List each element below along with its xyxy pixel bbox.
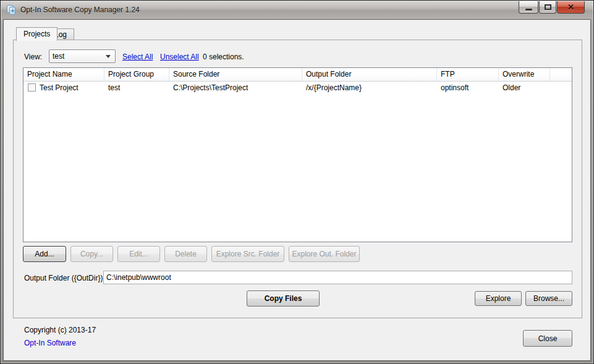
column-header-output-folder[interactable]: Output Folder [302, 68, 437, 82]
browse-button[interactable]: Browse... [525, 291, 572, 306]
maximize-icon [545, 4, 551, 10]
minimize-button[interactable] [519, 1, 538, 14]
table-header: Project Name Project Group Source Folder… [23, 68, 572, 82]
view-dropdown-value: test [53, 52, 64, 61]
add-button[interactable]: Add... [23, 246, 66, 262]
opt-in-software-link[interactable]: Opt-In Software [24, 339, 76, 347]
app-icon: + [6, 5, 17, 15]
column-header-overwrite[interactable]: Overwrite [499, 68, 550, 82]
window-title: Opt-In Software Copy Manager 1.24 [20, 6, 140, 14]
plus-icon: + [10, 7, 15, 14]
minimize-icon [525, 9, 532, 11]
cell-output-folder: /x/{ProjectName} [302, 82, 437, 95]
projects-tab-panel: View: test Select All Unselect All 0 sel… [13, 40, 582, 318]
window-controls: ✕ [518, 1, 585, 14]
column-header-spacer [550, 68, 572, 82]
client-area: Projects Log View: test Select All Unsel… [3, 19, 591, 361]
table-row[interactable]: Test Project test C:\Projects\TestProjec… [23, 82, 572, 95]
copy-files-button[interactable]: Copy Files [247, 290, 320, 307]
explore-button[interactable]: Explore [475, 291, 522, 306]
app-window: + Opt-In Software Copy Manager 1.24 ✕ Pr… [0, 0, 594, 364]
maximize-button[interactable] [539, 1, 556, 14]
delete-button[interactable]: Delete [164, 246, 207, 262]
select-all-link[interactable]: Select All [122, 53, 153, 61]
cell-project-group: test [104, 82, 169, 95]
close-icon: ✕ [567, 3, 574, 11]
projects-table: Project Name Project Group Source Folder… [23, 67, 572, 242]
close-button[interactable]: Close [523, 330, 572, 347]
cell-overwrite: Older [499, 82, 550, 95]
explore-src-folder-button[interactable]: Explore Src. Folder [211, 246, 284, 262]
project-checkbox[interactable] [28, 83, 36, 91]
cell-source-folder: C:\Projects\TestProject [169, 82, 302, 95]
view-dropdown[interactable]: test [49, 49, 116, 63]
output-folder-input[interactable] [103, 271, 572, 284]
column-header-source-folder[interactable]: Source Folder [169, 68, 302, 82]
output-folder-label: Output Folder ({OutDir}): [24, 274, 105, 282]
copy-button[interactable]: Copy... [70, 246, 113, 262]
column-header-project-group[interactable]: Project Group [104, 68, 169, 82]
view-label: View: [24, 53, 42, 61]
cell-ftp: optinsoft [437, 82, 499, 95]
explore-out-folder-button[interactable]: Explore Out. Folder [289, 246, 360, 262]
chevron-down-icon [106, 55, 111, 58]
close-window-button[interactable]: ✕ [557, 1, 585, 14]
action-button-row: Add... Copy... Edit... Delete Explore Sr… [23, 246, 360, 262]
column-header-project-name[interactable]: Project Name [23, 68, 104, 82]
unselect-all-link[interactable]: Unselect All [160, 53, 199, 61]
cell-project-name: Test Project [40, 83, 78, 92]
titlebar[interactable]: + Opt-In Software Copy Manager 1.24 ✕ [1, 1, 593, 19]
copyright-text: Copyright (c) 2013-17 [24, 326, 96, 334]
edit-button[interactable]: Edit... [117, 246, 160, 262]
column-header-ftp[interactable]: FTP [437, 68, 499, 82]
tab-projects[interactable]: Projects [16, 27, 57, 41]
selection-status: 0 selections. [203, 53, 244, 61]
